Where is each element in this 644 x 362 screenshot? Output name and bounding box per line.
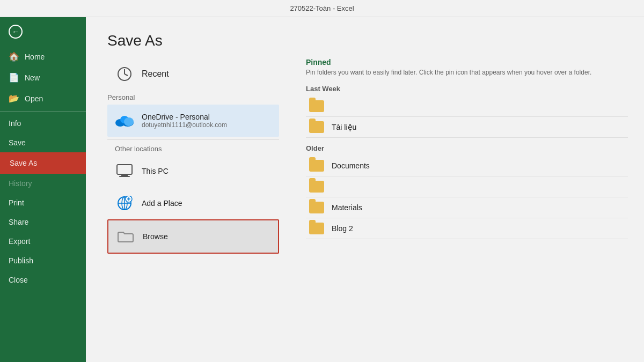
back-button[interactable]: ← bbox=[0, 17, 86, 46]
onedrive-text: OneDrive - Personal dotuyetnhi1111@outlo… bbox=[142, 113, 227, 129]
sidebar-item-publish[interactable]: Publish bbox=[0, 251, 86, 270]
pc-icon bbox=[115, 161, 134, 181]
content-area: Save As Recent Personal bbox=[86, 17, 644, 362]
onedrive-name: OneDrive - Personal bbox=[142, 113, 227, 121]
new-icon: 📄 bbox=[9, 72, 19, 83]
locations-panel: Recent Personal OneDrive - Perso bbox=[86, 58, 290, 362]
svg-rect-8 bbox=[121, 174, 128, 176]
sidebar-item-new[interactable]: 📄 New bbox=[0, 67, 86, 88]
title-bar: 270522-Toàn - Excel bbox=[0, 0, 644, 17]
browse-icon bbox=[116, 227, 135, 246]
sidebar-item-info[interactable]: Info bbox=[0, 114, 86, 133]
main-layout: ← 🏠 Home 📄 New 📂 Open Info Save Save As … bbox=[0, 17, 644, 362]
sidebar-item-open[interactable]: 📂 Open bbox=[0, 88, 86, 109]
last-week-label: Last Week bbox=[306, 85, 628, 93]
sidebar-item-save[interactable]: Save bbox=[0, 133, 86, 152]
title-text: 270522-Toàn - Excel bbox=[290, 4, 354, 12]
this-pc-location-item[interactable]: This PC bbox=[107, 155, 279, 187]
pinned-desc: Pin folders you want to easily find late… bbox=[306, 69, 628, 76]
folder-icon bbox=[309, 202, 324, 213]
onedrive-location-item[interactable]: OneDrive - Personal dotuyetnhi1111@outlo… bbox=[107, 105, 279, 137]
personal-section-label: Personal bbox=[107, 93, 279, 101]
sidebar-item-print[interactable]: Print bbox=[0, 193, 86, 212]
svg-rect-9 bbox=[119, 176, 130, 177]
svg-rect-7 bbox=[117, 165, 132, 174]
add-place-label: Add a Place bbox=[142, 199, 182, 208]
browse-location-item[interactable]: Browse bbox=[107, 219, 279, 254]
folder-item-empty2[interactable] bbox=[306, 176, 628, 197]
folder-icon bbox=[309, 223, 324, 234]
recent-location-item[interactable]: Recent bbox=[107, 58, 279, 90]
folder-item-documents[interactable]: Documents bbox=[306, 156, 628, 176]
svg-line-2 bbox=[125, 74, 128, 76]
home-icon: 🏠 bbox=[9, 51, 19, 62]
content-body: Recent Personal OneDrive - Perso bbox=[86, 58, 644, 362]
folder-item-blog2[interactable]: Blog 2 bbox=[306, 218, 628, 239]
other-locations-label: Other locations bbox=[107, 142, 279, 155]
folders-panel: Pinned Pin folders you want to easily fi… bbox=[290, 58, 644, 362]
browse-label: Browse bbox=[143, 232, 168, 241]
folder-icon bbox=[309, 121, 324, 133]
page-title: Save As bbox=[86, 17, 644, 58]
older-label: Older bbox=[306, 144, 628, 152]
folder-icon bbox=[309, 160, 324, 172]
svg-point-6 bbox=[124, 117, 134, 126]
open-icon: 📂 bbox=[9, 93, 19, 104]
sidebar-item-history: History bbox=[0, 174, 86, 193]
onedrive-icon bbox=[115, 111, 134, 130]
sidebar-item-home[interactable]: 🏠 Home bbox=[0, 46, 86, 67]
recent-icon bbox=[115, 64, 134, 84]
sidebar-item-share[interactable]: Share bbox=[0, 212, 86, 232]
folder-item-tailieu[interactable]: Tài liệu bbox=[306, 117, 628, 138]
sidebar: ← 🏠 Home 📄 New 📂 Open Info Save Save As … bbox=[0, 17, 86, 362]
add-place-icon bbox=[115, 194, 134, 213]
sidebar-item-save-as[interactable]: Save As bbox=[0, 152, 86, 174]
folder-item-empty1[interactable] bbox=[306, 96, 628, 117]
back-circle-icon: ← bbox=[9, 25, 23, 39]
pinned-title: Pinned bbox=[306, 58, 628, 67]
folder-icon bbox=[309, 181, 324, 193]
sidebar-item-export[interactable]: Export bbox=[0, 232, 86, 251]
onedrive-email: dotuyetnhi1111@outlook.com bbox=[142, 121, 227, 129]
this-pc-label: This PC bbox=[142, 167, 169, 175]
folder-item-materials[interactable]: Materials bbox=[306, 197, 628, 218]
folder-icon bbox=[309, 100, 324, 112]
add-place-location-item[interactable]: Add a Place bbox=[107, 187, 279, 219]
sidebar-item-close[interactable]: Close bbox=[0, 270, 86, 290]
recent-label: Recent bbox=[142, 69, 169, 79]
